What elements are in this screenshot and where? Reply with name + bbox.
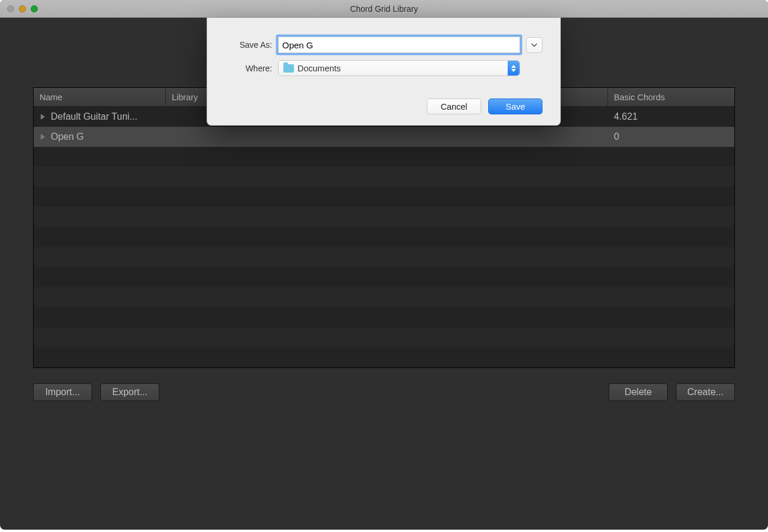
folder-icon bbox=[283, 64, 294, 73]
table-row bbox=[34, 207, 734, 227]
table-row[interactable]: Open G 0 bbox=[34, 127, 734, 147]
where-value: Documents bbox=[298, 64, 341, 73]
table-row bbox=[34, 347, 734, 367]
table-row bbox=[34, 167, 734, 187]
import-button[interactable]: Import... bbox=[33, 383, 92, 401]
table-row bbox=[34, 267, 734, 287]
cancel-button[interactable]: Cancel bbox=[427, 98, 481, 114]
window-title: Chord Grid Library bbox=[0, 4, 768, 14]
table-row bbox=[34, 187, 734, 207]
export-button[interactable]: Export... bbox=[100, 383, 159, 401]
minimize-window-button[interactable] bbox=[19, 5, 26, 12]
row-name: Default Guitar Tuni... bbox=[51, 111, 138, 122]
table-row bbox=[34, 287, 734, 307]
table-row bbox=[34, 147, 734, 167]
select-stepper-icon bbox=[508, 61, 519, 75]
row-basic: 0 bbox=[614, 132, 619, 142]
where-select[interactable]: Documents bbox=[278, 60, 520, 76]
titlebar: Chord Grid Library bbox=[0, 0, 768, 18]
save-as-input[interactable] bbox=[278, 37, 520, 53]
chord-grid-library-window: Chord Grid Library Name Library Basic Ch… bbox=[0, 0, 768, 530]
col-basic[interactable]: Basic Chords bbox=[608, 88, 734, 106]
where-label: Where: bbox=[225, 64, 272, 73]
create-button[interactable]: Create... bbox=[676, 383, 735, 401]
table-body: Default Guitar Tuni... 4.621 Open G 0 bbox=[34, 107, 734, 367]
disclosure-icon[interactable] bbox=[41, 134, 45, 140]
expand-sheet-button[interactable] bbox=[526, 37, 542, 53]
library-table: Name Library Basic Chords Default Guitar… bbox=[33, 87, 735, 368]
save-sheet: Save As: Where: Documents Cancel S bbox=[207, 18, 561, 126]
save-button[interactable]: Save bbox=[488, 98, 542, 114]
footer-buttons: Import... Export... Delete Create... bbox=[33, 383, 735, 401]
table-row bbox=[34, 247, 734, 267]
chevron-down-icon bbox=[531, 41, 537, 49]
delete-button[interactable]: Delete bbox=[609, 383, 668, 401]
save-as-label: Save As: bbox=[225, 40, 272, 50]
table-row bbox=[34, 227, 734, 247]
disclosure-icon[interactable] bbox=[41, 114, 45, 120]
col-name[interactable]: Name bbox=[34, 88, 166, 106]
close-window-button[interactable] bbox=[7, 5, 14, 12]
table-row bbox=[34, 327, 734, 347]
table-row bbox=[34, 307, 734, 327]
traffic-lights bbox=[7, 5, 38, 12]
maximize-window-button[interactable] bbox=[31, 5, 38, 12]
row-basic: 4.621 bbox=[614, 111, 638, 122]
row-name: Open G bbox=[51, 132, 84, 142]
